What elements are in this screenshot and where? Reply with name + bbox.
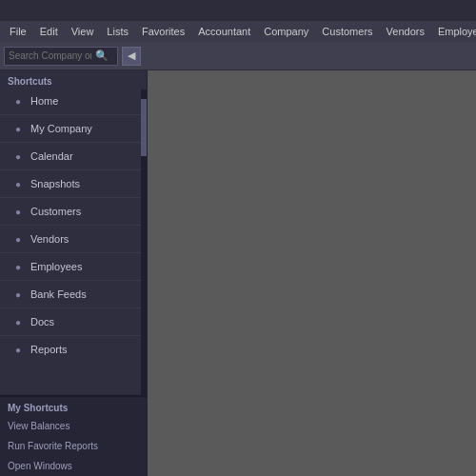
search-input[interactable] <box>5 50 95 61</box>
back-button[interactable]: ◀ <box>122 47 141 66</box>
sidebar-item-label: Reports <box>30 344 68 355</box>
sidebar-item-home[interactable]: ●Home <box>0 89 147 112</box>
menu-item-accountant[interactable]: Accountant <box>192 24 256 39</box>
menu-item-vendors[interactable]: Vendors <box>381 24 430 39</box>
sidebar-item-label: Docs <box>30 316 54 327</box>
sidebar-divider <box>0 307 147 308</box>
menu-item-customers[interactable]: Customers <box>316 24 378 39</box>
sidebar: Shortcuts ●Home●My Company●Calendar●Snap… <box>0 70 148 476</box>
sidebar-divider <box>0 335 147 336</box>
sidebar-divider <box>0 114 147 115</box>
sidebar-item-calendar[interactable]: ●Calendar <box>0 145 147 168</box>
sidebar-divider <box>0 280 147 281</box>
sidebar-item-icon-7: ● <box>11 288 25 301</box>
sidebar-item-icon-9: ● <box>11 343 25 356</box>
sidebar-item-icon-2: ● <box>11 149 25 163</box>
sidebar-item-icon-5: ● <box>11 232 25 246</box>
sidebar-item-label: Employees <box>30 261 82 272</box>
main-layout: Shortcuts ●Home●My Company●Calendar●Snap… <box>0 70 476 476</box>
sidebar-scrollbar-thumb[interactable] <box>141 99 147 156</box>
sidebar-item-employees[interactable]: ●Employees <box>0 255 147 278</box>
menu-item-company[interactable]: Company <box>258 24 314 39</box>
search-box[interactable]: 🔍 <box>4 47 118 66</box>
sidebar-item-label: Home <box>30 95 58 107</box>
sidebar-divider <box>0 252 147 253</box>
sidebar-item-icon-1: ● <box>11 122 25 135</box>
menu-item-edit[interactable]: Edit <box>34 24 64 39</box>
sidebar-bottom-item-open-windows[interactable]: Open Windows <box>0 456 147 476</box>
sidebar-item-label: Snapshots <box>30 178 80 189</box>
sidebar-item-icon-0: ● <box>11 94 25 108</box>
my-shortcuts-header: My Shortcuts <box>0 397 147 416</box>
sidebar-item-label: Calendar <box>30 150 73 162</box>
sidebar-divider <box>0 197 147 198</box>
sidebar-item-bank-feeds[interactable]: ●Bank Feeds <box>0 283 147 306</box>
sidebar-item-label: Vendors <box>30 233 69 245</box>
menu-item-view[interactable]: View <box>66 24 100 39</box>
toolbar: 🔍 ◀ <box>0 42 476 70</box>
menu-item-lists[interactable]: Lists <box>101 24 134 39</box>
sidebar-scroll: ●Home●My Company●Calendar●Snapshots●Cust… <box>0 89 147 395</box>
menu-bar: FileEditViewListsFavoritesAccountantComp… <box>0 21 476 42</box>
sidebar-item-docs[interactable]: ●Docs <box>0 310 147 333</box>
menu-item-employees[interactable]: Employees <box>432 24 476 39</box>
sidebar-divider <box>0 142 147 143</box>
sidebar-items-list: ●Home●My Company●Calendar●Snapshots●Cust… <box>0 89 147 361</box>
shortcuts-header: Shortcuts <box>0 70 147 89</box>
menu-item-file[interactable]: File <box>4 24 32 39</box>
sidebar-item-icon-8: ● <box>11 315 25 328</box>
search-icon[interactable]: 🔍 <box>95 50 110 62</box>
sidebar-item-label: Bank Feeds <box>30 288 87 300</box>
sidebar-item-label: My Company <box>30 123 92 134</box>
content-area <box>148 70 476 476</box>
sidebar-divider <box>0 225 147 226</box>
sidebar-item-icon-3: ● <box>11 177 25 190</box>
sidebar-scrollbar[interactable] <box>141 89 147 395</box>
sidebar-item-vendors[interactable]: ●Vendors <box>0 228 147 250</box>
sidebar-item-snapshots[interactable]: ●Snapshots <box>0 172 147 195</box>
sidebar-item-icon-4: ● <box>11 205 25 218</box>
sidebar-item-icon-6: ● <box>11 260 25 273</box>
sidebar-bottom-items: View BalancesRun Favorite ReportsOpen Wi… <box>0 416 147 476</box>
sidebar-bottom-section: My Shortcuts View BalancesRun Favorite R… <box>0 395 147 476</box>
sidebar-item-reports[interactable]: ●Reports <box>0 338 147 361</box>
sidebar-item-customers[interactable]: ●Customers <box>0 200 147 223</box>
sidebar-bottom-item-view-balances[interactable]: View Balances <box>0 416 147 436</box>
title-bar <box>0 0 476 21</box>
sidebar-item-label: Customers <box>30 206 81 217</box>
sidebar-bottom-item-run-favorite reports[interactable]: Run Favorite Reports <box>0 436 147 456</box>
sidebar-item-my-company[interactable]: ●My Company <box>0 117 147 140</box>
sidebar-divider <box>0 169 147 170</box>
menu-item-favorites[interactable]: Favorites <box>136 24 190 39</box>
